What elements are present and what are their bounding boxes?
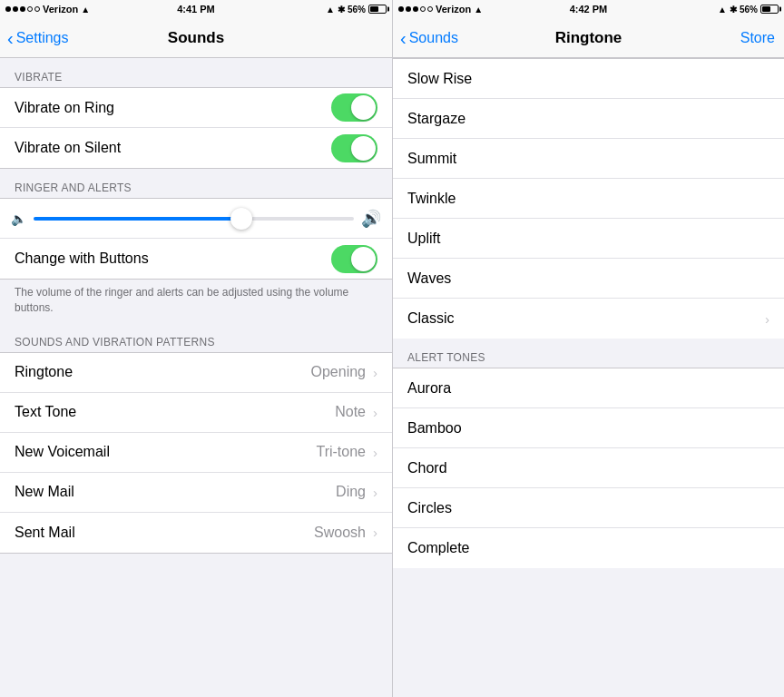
ringtone-item-uplift[interactable]: Uplift (393, 219, 784, 259)
signal-dot-1 (5, 6, 11, 12)
section-header-alert-tones: ALERT TONES (393, 346, 784, 368)
sent-mail-row[interactable]: Sent Mail Swoosh › (0, 513, 392, 553)
alert-item-bamboo[interactable]: Bamboo (393, 408, 784, 448)
alert-name-chord: Chord (407, 460, 447, 476)
new-mail-value-container: Ding › (336, 484, 377, 500)
change-with-buttons-label: Change with Buttons (15, 250, 149, 267)
store-button[interactable]: Store (740, 30, 775, 46)
battery-percent-left: 56% (348, 5, 366, 15)
time-left: 4:41 PM (177, 4, 215, 15)
carrier-right: Verizon (436, 4, 471, 15)
ringtone-name-twinkle: Twinkle (407, 191, 456, 207)
alert-tones-list: Aurora Bamboo Chord Circles Complete (393, 368, 784, 568)
ringtone-item-summit[interactable]: Summit (393, 139, 784, 179)
signal-dots (5, 6, 40, 12)
location-icon-right: ▲ (718, 5, 727, 15)
status-bar-right: Verizon ▲ 4:42 PM ▲ ✱ 56% (393, 0, 784, 18)
ringtone-item-stargaze[interactable]: Stargaze (393, 99, 784, 139)
battery-fill-left (370, 6, 378, 12)
new-voicemail-chevron: › (373, 445, 377, 460)
status-left: Verizon ▲ (5, 4, 90, 15)
vibrate-ring-knob (351, 95, 376, 120)
section-header-ringer: RINGER AND ALERTS (0, 176, 392, 198)
wifi-icon-left: ▲ (81, 5, 90, 15)
battery-icon-right (760, 5, 779, 14)
new-mail-chevron: › (373, 485, 377, 500)
volume-slider-thumb[interactable] (230, 208, 252, 230)
change-with-buttons-knob (351, 247, 376, 271)
bluetooth-icon-left: ✱ (338, 5, 345, 15)
new-mail-row[interactable]: New Mail Ding › (0, 473, 392, 513)
signal-dot-r2 (406, 6, 411, 12)
back-button-left[interactable]: ‹ Settings (7, 29, 68, 47)
change-with-buttons-toggle[interactable] (331, 245, 377, 273)
text-tone-label: Text Tone (15, 404, 76, 420)
ringtone-name-stargaze: Stargaze (407, 111, 466, 127)
ringtone-row[interactable]: Ringtone Opening › (0, 353, 392, 393)
nav-bar-right: ‹ Sounds Ringtone Store (393, 18, 784, 58)
back-label-right: Sounds (409, 30, 458, 46)
signal-dot-5 (34, 6, 40, 12)
alert-name-complete: Complete (407, 540, 469, 556)
alert-item-aurora[interactable]: Aurora (393, 368, 784, 408)
ringtone-list: Slow Rise Stargaze Summit Twinkle Uplift… (393, 58, 784, 339)
signal-dot-4 (27, 6, 33, 12)
vibrate-silent-knob (351, 136, 376, 161)
signal-dot-r5 (427, 6, 433, 12)
new-voicemail-value: Tri-tone (316, 444, 366, 460)
status-left-right: Verizon ▲ (398, 4, 483, 15)
signal-dot-r3 (413, 6, 418, 12)
vibrate-ring-label: Vibrate on Ring (15, 100, 114, 116)
alert-item-complete[interactable]: Complete (393, 528, 784, 568)
volume-slider-fill (34, 217, 241, 221)
battery-percent-right: 56% (740, 5, 758, 15)
new-mail-label: New Mail (15, 484, 74, 500)
battery-icon-left (368, 5, 387, 14)
vibrate-ring-row: Vibrate on Ring (0, 88, 392, 128)
status-right-left: ▲ ✱ 56% (326, 5, 387, 15)
new-voicemail-row[interactable]: New Voicemail Tri-tone › (0, 433, 392, 473)
ringtone-item-classic[interactable]: Classic › (393, 299, 784, 339)
volume-low-icon: 🔈 (11, 211, 26, 226)
left-panel: Verizon ▲ 4:41 PM ▲ ✱ 56% ‹ Settings Sou… (0, 0, 392, 697)
time-right: 4:42 PM (570, 4, 608, 15)
ringtone-item-slow-rise[interactable]: Slow Rise (393, 59, 784, 99)
vibrate-group: Vibrate on Ring Vibrate on Silent (0, 87, 392, 169)
vibrate-ring-toggle[interactable] (331, 93, 377, 122)
new-voicemail-label: New Voicemail (15, 444, 110, 460)
text-tone-value: Note (335, 404, 366, 420)
ringtone-label: Ringtone (15, 364, 73, 380)
volume-slider-track[interactable] (34, 217, 354, 221)
new-voicemail-value-container: Tri-tone › (316, 444, 377, 460)
ringer-description: The volume of the ringer and alerts can … (0, 280, 392, 323)
ringtone-name-uplift: Uplift (407, 231, 440, 247)
vibrate-silent-toggle[interactable] (331, 134, 377, 162)
back-button-right[interactable]: ‹ Sounds (400, 29, 458, 47)
ringtone-value-container: Opening › (311, 364, 378, 380)
text-tone-row[interactable]: Text Tone Note › (0, 393, 392, 433)
sent-mail-value-container: Swoosh › (314, 525, 377, 541)
volume-slider-row: 🔈 🔊 (0, 199, 392, 239)
battery-fill-right (762, 6, 770, 12)
signal-dot-2 (13, 6, 18, 12)
location-icon-left: ▲ (326, 5, 335, 15)
alert-item-chord[interactable]: Chord (393, 448, 784, 488)
back-label-left: Settings (16, 30, 69, 46)
status-bar-left: Verizon ▲ 4:41 PM ▲ ✱ 56% (0, 0, 392, 18)
wifi-icon-right: ▲ (474, 5, 483, 15)
ringtone-item-twinkle[interactable]: Twinkle (393, 179, 784, 219)
ringtone-item-waves[interactable]: Waves (393, 259, 784, 299)
section-header-sounds: SOUNDS AND VIBRATION PATTERNS (0, 330, 392, 352)
alert-item-circles[interactable]: Circles (393, 488, 784, 528)
ringtone-chevron: › (373, 365, 377, 380)
vibrate-silent-row: Vibrate on Silent (0, 128, 392, 168)
spacer-alert-top (393, 339, 784, 346)
change-with-buttons-row: Change with Buttons (0, 239, 392, 279)
alert-name-bamboo: Bamboo (407, 420, 462, 437)
sent-mail-value: Swoosh (314, 525, 366, 541)
nav-bar-left: ‹ Settings Sounds (0, 18, 392, 58)
vibrate-silent-label: Vibrate on Silent (15, 140, 121, 156)
ringer-group: 🔈 🔊 Change with Buttons (0, 198, 392, 280)
right-panel: Verizon ▲ 4:42 PM ▲ ✱ 56% ‹ Sounds Ringt… (392, 0, 784, 697)
ringtone-name-classic: Classic (407, 310, 455, 327)
